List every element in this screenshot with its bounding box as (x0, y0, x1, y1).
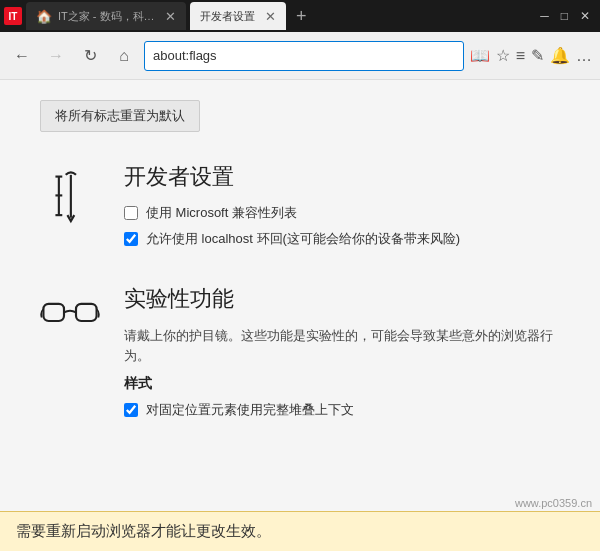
reset-flags-button[interactable]: 将所有标志重置为默认 (40, 100, 200, 132)
checkbox-localhost-label: 允许使用 localhost 环回(这可能会给你的设备带来风险) (146, 230, 460, 248)
menu-icon[interactable]: ≡ (516, 47, 525, 65)
it-logo: IT (4, 7, 22, 25)
tab-inactive-favicon: 🏠 (36, 9, 52, 24)
notification-bar: 需要重新启动浏览器才能让更改生效。 (0, 511, 600, 551)
notification-text: 需要重新启动浏览器才能让更改生效。 (16, 522, 271, 541)
hub-icon[interactable]: 🔔 (550, 46, 570, 65)
tab-active-close[interactable]: ✕ (265, 9, 276, 24)
favorites-icon[interactable]: ☆ (496, 46, 510, 65)
tab-inactive-close[interactable]: ✕ (165, 9, 176, 24)
developer-title: 开发者设置 (124, 162, 560, 192)
svg-rect-6 (76, 304, 97, 321)
developer-section: 开发者设置 使用 Microsoft 兼容性列表 允许使用 localhost … (40, 162, 560, 256)
checkbox-microsoft-compat[interactable]: 使用 Microsoft 兼容性列表 (124, 204, 560, 222)
reading-mode-icon[interactable]: 📖 (470, 46, 490, 65)
edit-icon[interactable]: ✎ (531, 46, 544, 65)
address-bar: ← → ↻ ⌂ about:flags 📖 ☆ ≡ ✎ 🔔 … (0, 32, 600, 80)
new-tab-button[interactable]: + (290, 6, 313, 27)
experimental-section-content: 实验性功能 请戴上你的护目镜。这些功能是实验性的，可能会导致某些意外的浏览器行为… (124, 284, 560, 427)
experimental-desc: 请戴上你的护目镜。这些功能是实验性的，可能会导致某些意外的浏览器行为。 (124, 326, 560, 365)
checkbox-localhost-input[interactable] (124, 232, 138, 246)
tab-inactive[interactable]: 🏠 IT之家 - 数码，科技，生活 ✕ (26, 2, 186, 30)
maximize-button[interactable]: □ (561, 9, 568, 23)
title-bar-right: ─ □ ✕ (540, 9, 596, 23)
checkbox-fixed-position[interactable]: 对固定位置元素使用完整堆叠上下文 (124, 401, 560, 419)
home-button[interactable]: ⌂ (110, 42, 138, 70)
tab-inactive-label: IT之家 - 数码，科技，生活 (58, 9, 155, 24)
experimental-title: 实验性功能 (124, 284, 560, 314)
url-bar[interactable]: about:flags (144, 41, 464, 71)
watermark: www.pc0359.cn (515, 497, 592, 509)
title-bar-left: IT 🏠 IT之家 - 数码，科技，生活 ✕ 开发者设置 ✕ + (4, 2, 540, 30)
checkbox-localhost[interactable]: 允许使用 localhost 环回(这可能会给你的设备带来风险) (124, 230, 560, 248)
developer-section-content: 开发者设置 使用 Microsoft 兼容性列表 允许使用 localhost … (124, 162, 560, 256)
svg-rect-5 (43, 304, 64, 321)
checkbox-fixed-position-input[interactable] (124, 403, 138, 417)
tab-active-label: 开发者设置 (200, 9, 255, 24)
title-bar: IT 🏠 IT之家 - 数码，科技，生活 ✕ 开发者设置 ✕ + ─ □ ✕ (0, 0, 600, 32)
close-button[interactable]: ✕ (580, 9, 590, 23)
forward-button[interactable]: → (42, 42, 70, 70)
refresh-button[interactable]: ↻ (76, 42, 104, 70)
goggles-icon (40, 284, 100, 427)
url-text: about:flags (153, 48, 217, 63)
back-button[interactable]: ← (8, 42, 36, 70)
tab-active[interactable]: 开发者设置 ✕ (190, 2, 286, 30)
checkbox-fixed-position-label: 对固定位置元素使用完整堆叠上下文 (146, 401, 354, 419)
checkbox-microsoft-compat-input[interactable] (124, 206, 138, 220)
more-icon[interactable]: … (576, 47, 592, 65)
developer-icon (40, 162, 100, 256)
style-subtitle: 样式 (124, 375, 560, 393)
experimental-section: 实验性功能 请戴上你的护目镜。这些功能是实验性的，可能会导致某些意外的浏览器行为… (40, 284, 560, 427)
content-area: 将所有标志重置为默认 开发者设置 使用 Microsoft 兼容性列表 (0, 80, 600, 511)
checkbox-microsoft-compat-label: 使用 Microsoft 兼容性列表 (146, 204, 297, 222)
minimize-button[interactable]: ─ (540, 9, 549, 23)
